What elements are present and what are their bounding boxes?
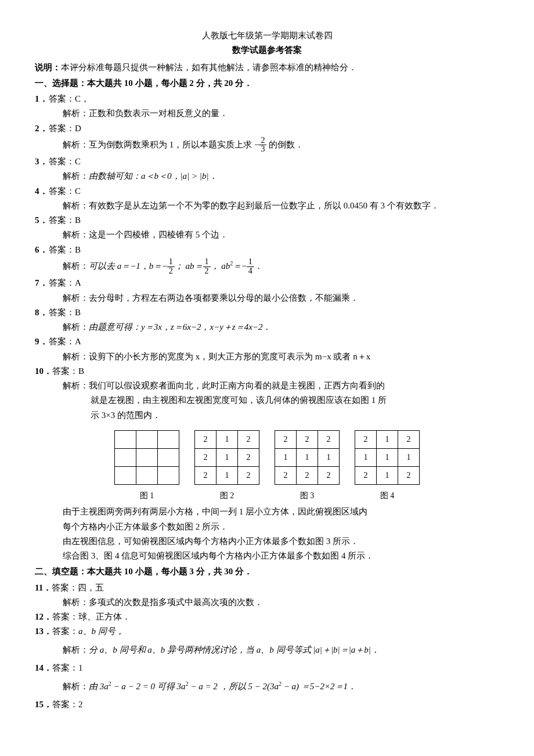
- cell: 2: [195, 448, 217, 466]
- cell: 2: [355, 466, 377, 484]
- doc-subtitle: 数学试题参考答案: [35, 44, 499, 57]
- cell: 1: [297, 448, 318, 466]
- answer-label: 答案：: [49, 337, 75, 346]
- cell: 2: [275, 466, 297, 484]
- answer-label: 答案：: [52, 583, 78, 592]
- q-number: 14．: [35, 661, 52, 675]
- answer-value: B: [78, 366, 84, 376]
- cell: 2: [297, 430, 318, 448]
- cell: [115, 430, 136, 448]
- q5-answer: 5．答案：B: [35, 214, 499, 227]
- q-number: 2．: [35, 122, 49, 135]
- explain-text: 由题意可得：y＝3x，z＝6x−2，x−y＋z＝4x−2．: [89, 322, 272, 332]
- cell: 2: [238, 430, 259, 448]
- cell: [136, 448, 158, 466]
- answer-label: 答案：: [49, 215, 75, 225]
- q-number: 13．: [35, 625, 52, 638]
- answer-label: 答案：: [52, 366, 78, 376]
- t1: 可以去 a＝−1，b＝: [89, 261, 162, 271]
- explain-label: 解析：: [63, 109, 89, 118]
- answer-value: C: [75, 186, 81, 196]
- fraction: 12: [203, 258, 211, 275]
- section-2-heading: 二、填空题：本大题共 10 小题，每小题 3 分，共 30 分．: [35, 565, 499, 578]
- grid-fig-4: 212 111 212 图 4: [355, 430, 420, 502]
- cell: 1: [355, 448, 377, 466]
- q5-explain: 解析：这是一个四棱锥，四棱锥有 5 个边．: [63, 228, 499, 242]
- q-number: 7．: [35, 276, 49, 290]
- t4: ＝: [233, 261, 241, 271]
- grid-table: [114, 430, 179, 485]
- answer-label: 答案：: [49, 278, 75, 287]
- q4-explain: 解析：有效数字是从左边第一个不为零的数字起到最后一位数字止，所以 0.0450 …: [63, 199, 499, 213]
- fraction: 12: [167, 258, 175, 275]
- grid-caption: 图 3: [275, 489, 340, 502]
- cell: 2: [355, 430, 377, 448]
- answer-value: 球、正方体．: [78, 612, 131, 621]
- q7-answer: 7．答案：A: [35, 276, 499, 290]
- q10-p3: 由左视图信息，可知俯视图区域内每个方格内小正方体最多个数如图 3 所示．: [63, 535, 499, 548]
- answer-value: C，: [75, 94, 89, 103]
- cell: 1: [318, 448, 340, 466]
- grid-table: 222 111 222: [275, 430, 340, 485]
- answer-label: 答案：: [49, 124, 75, 133]
- cell: 2: [238, 448, 259, 466]
- q2-explain: 解析：互为倒数两数乘积为 1，所以本题实质上求 −23 的倒数．: [63, 136, 499, 154]
- q-number: 3．: [35, 155, 49, 168]
- explain-label: 解析：: [63, 201, 89, 210]
- t1: 由 3a: [89, 682, 109, 691]
- explain-text-b: 的倒数．: [269, 139, 304, 149]
- answer-value: C: [75, 157, 81, 166]
- cell: 2: [297, 466, 318, 484]
- explain-label: 解析：: [63, 171, 89, 181]
- explain-label: 解析：: [63, 352, 89, 361]
- answer-value: A: [75, 278, 81, 287]
- cell: 2: [398, 466, 420, 484]
- cell: [136, 430, 158, 448]
- q10-answer: 10．答案：B: [35, 365, 499, 378]
- q4-answer: 4．答案：C: [35, 185, 499, 198]
- explain-text: 去分母时，方程左右两边各项都要乘以分母的最小公倍数，不能漏乘．: [89, 293, 359, 303]
- t2: − a − 2 = 0 可得 3a: [111, 682, 186, 691]
- q3-answer: 3．答案：C: [35, 155, 499, 168]
- cell: 2: [318, 466, 340, 484]
- q2-answer: 2．答案：D: [35, 122, 499, 135]
- grid-caption: 图 1: [114, 489, 179, 502]
- cell: 2: [195, 430, 217, 448]
- note-text: 本评分标准每题只提供一种解法，如有其他解法，请参照本标准的精神给分．: [61, 63, 357, 72]
- cell: [115, 448, 136, 466]
- neg: −: [162, 261, 167, 271]
- q10-p4: 综合图 3、图 4 信息可知俯视图区域内每个方格内小正方体最多个数如图 4 所示…: [63, 549, 499, 563]
- cell: 2: [398, 430, 420, 448]
- explain-label: 解析：: [63, 322, 89, 332]
- grid-fig-2: 212 212 212 图 2: [194, 430, 259, 502]
- fraction: 23: [259, 136, 266, 154]
- cell: 1: [377, 448, 398, 466]
- grid-caption: 图 2: [194, 489, 259, 502]
- cell: [136, 466, 158, 484]
- q-number: 9．: [35, 335, 49, 348]
- explain-label: 解析：: [63, 261, 89, 271]
- grid-fig-3: 222 111 222 图 3: [275, 430, 340, 502]
- cell: [158, 466, 179, 484]
- q-number: 15．: [35, 698, 52, 711]
- q-number: 12．: [35, 610, 52, 624]
- q15-answer: 15．答案：2: [35, 698, 499, 711]
- answer-label: 答案：: [52, 700, 78, 709]
- section-1-heading: 一、选择题：本大题共 10 小题，每小题 2 分，共 20 分．: [35, 77, 499, 90]
- answer-label: 答案：: [52, 663, 78, 672]
- grid-caption: 图 4: [355, 489, 420, 502]
- explain-label: 解析：: [63, 381, 89, 390]
- line: 我们可以假设观察者面向北，此时正南方向看的就是主视图，正西方向看到的: [89, 381, 385, 390]
- answer-value: D: [75, 124, 81, 133]
- answer-label: 答案：: [49, 157, 75, 166]
- answer-value: A: [75, 337, 81, 346]
- explain-label: 解析：: [63, 645, 89, 654]
- explain-text: 多项式的次数是指多项式中最高次项的次数．: [89, 597, 263, 607]
- answer-value: a、b 同号，: [78, 627, 124, 636]
- q-number: 6．: [35, 243, 49, 257]
- doc-title: 人教版七年级第一学期期末试卷四: [35, 29, 499, 42]
- cell: 1: [217, 466, 238, 484]
- cell: 1: [398, 448, 420, 466]
- answer-label: 答案：: [49, 245, 75, 254]
- fraction: 14: [247, 258, 254, 275]
